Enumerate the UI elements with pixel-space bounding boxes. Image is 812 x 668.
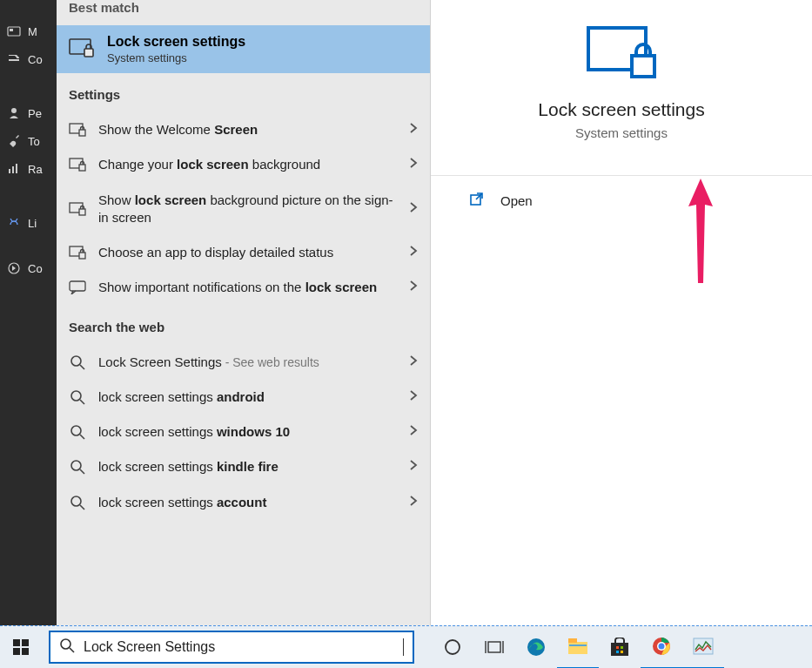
web-result[interactable]: lock screen settings windows 10: [57, 415, 430, 449]
svg-point-20: [71, 391, 81, 401]
svg-line-23: [80, 435, 84, 439]
svg-rect-43: [568, 638, 577, 643]
cortana-icon[interactable]: [432, 626, 473, 669]
monitor-lock-icon: [69, 202, 86, 216]
svg-point-24: [71, 461, 81, 470]
result-text: Show the Welcome Screen: [98, 121, 397, 138]
web-result[interactable]: Lock Screen Settings - See web results: [57, 345, 430, 380]
svg-rect-12: [79, 165, 85, 171]
chevron-right-icon: [409, 201, 418, 217]
web-result[interactable]: lock screen settings kindle fire: [57, 449, 430, 484]
svg-rect-46: [616, 646, 619, 649]
pinned-app-column: M Co Pe To Ra Li Co: [0, 0, 57, 625]
svg-rect-17: [70, 281, 85, 291]
result-text: Lock Screen Settings - See web results: [98, 354, 397, 371]
taskbar-search-box[interactable]: [49, 631, 414, 664]
monitor-lock-icon: [69, 158, 86, 172]
preview-pane: Lock screen settings System settings Ope…: [431, 0, 812, 625]
search-icon: [69, 495, 86, 510]
open-label: Open: [500, 193, 533, 208]
svg-rect-47: [621, 646, 623, 649]
edge-icon[interactable]: [515, 626, 557, 669]
search-icon: [69, 459, 86, 475]
settings-result[interactable]: Show important notifications on the lock…: [57, 270, 430, 305]
search-input[interactable]: [84, 639, 394, 655]
preview-subtitle: System settings: [431, 125, 812, 140]
svg-rect-3: [9, 169, 10, 173]
svg-rect-42: [568, 642, 587, 654]
file-explorer-icon[interactable]: [557, 626, 599, 669]
chevron-right-icon: [409, 245, 418, 260]
svg-rect-45: [611, 643, 628, 656]
pinned-app[interactable]: Pe: [0, 99, 57, 127]
search-icon: [69, 424, 86, 440]
result-text: Show lock screen background picture on t…: [98, 192, 397, 227]
open-icon: [469, 192, 485, 210]
svg-rect-10: [79, 130, 85, 136]
pinned-app-label: Pe: [28, 107, 42, 120]
svg-point-52: [659, 644, 665, 650]
web-result[interactable]: lock screen settings android: [57, 380, 430, 415]
app-icon[interactable]: [682, 626, 724, 669]
svg-rect-44: [569, 644, 587, 646]
svg-line-27: [80, 505, 84, 509]
search-results-panel: Best match Lock screen settings System s…: [57, 0, 431, 625]
lock-screen-icon: [585, 68, 658, 83]
pinned-app[interactable]: To: [0, 127, 57, 155]
pinned-app-label: Co: [28, 53, 43, 66]
web-result[interactable]: lock screen settings account: [57, 485, 430, 520]
svg-point-37: [446, 640, 460, 654]
svg-rect-32: [22, 639, 29, 646]
svg-rect-49: [621, 651, 623, 653]
open-action[interactable]: Open: [431, 176, 812, 210]
microsoft-store-icon[interactable]: [599, 626, 641, 669]
pinned-app-label: To: [28, 135, 40, 148]
result-text: lock screen settings android: [98, 388, 397, 406]
chevron-right-icon: [409, 424, 418, 440]
start-button[interactable]: [0, 626, 42, 669]
svg-rect-34: [22, 648, 29, 655]
pinned-app-label: M: [28, 25, 37, 38]
chevron-right-icon: [409, 122, 418, 138]
chrome-icon[interactable]: [641, 626, 682, 669]
task-view-icon[interactable]: [473, 626, 515, 669]
pinned-app-label: Li: [28, 217, 37, 230]
pinned-app[interactable]: M: [0, 17, 57, 45]
search-icon: [69, 389, 86, 405]
search-icon: [59, 638, 75, 657]
chevron-right-icon: [409, 495, 418, 510]
best-match-result[interactable]: Lock screen settings System settings: [57, 25, 430, 73]
svg-rect-31: [13, 639, 20, 646]
svg-rect-48: [616, 651, 619, 653]
svg-rect-5: [16, 164, 17, 173]
svg-point-18: [71, 356, 81, 366]
svg-rect-29: [632, 56, 654, 77]
annotation-arrow-icon: [683, 170, 718, 292]
svg-line-19: [80, 365, 84, 369]
settings-section-header: Settings: [57, 73, 430, 112]
pinned-app[interactable]: Ra: [0, 155, 57, 183]
svg-rect-33: [13, 648, 20, 655]
result-text: lock screen settings account: [98, 494, 397, 511]
svg-rect-8: [84, 49, 93, 57]
chevron-right-icon: [409, 389, 418, 405]
pinned-app[interactable]: Co: [0, 45, 57, 73]
settings-result[interactable]: Show the Welcome Screen: [57, 112, 430, 147]
text-cursor: [403, 638, 404, 656]
svg-point-2: [11, 108, 17, 113]
monitor-lock-icon: [69, 246, 86, 260]
result-text: Choose an app to display detailed status: [98, 244, 397, 261]
taskbar: [0, 625, 812, 668]
pinned-app[interactable]: Co: [0, 254, 57, 282]
chevron-right-icon: [409, 157, 418, 172]
settings-result[interactable]: Show lock screen background picture on t…: [57, 183, 430, 236]
pinned-app[interactable]: Li: [0, 209, 57, 237]
svg-rect-4: [12, 166, 14, 173]
settings-result[interactable]: Choose an app to display detailed status: [57, 235, 430, 270]
svg-rect-16: [79, 253, 85, 259]
best-match-title: Lock screen settings: [107, 34, 245, 50]
result-text: lock screen settings kindle fire: [98, 458, 397, 476]
settings-result[interactable]: Change your lock screen background: [57, 147, 430, 182]
svg-line-21: [80, 400, 84, 404]
result-text: Show important notifications on the lock…: [98, 279, 397, 296]
